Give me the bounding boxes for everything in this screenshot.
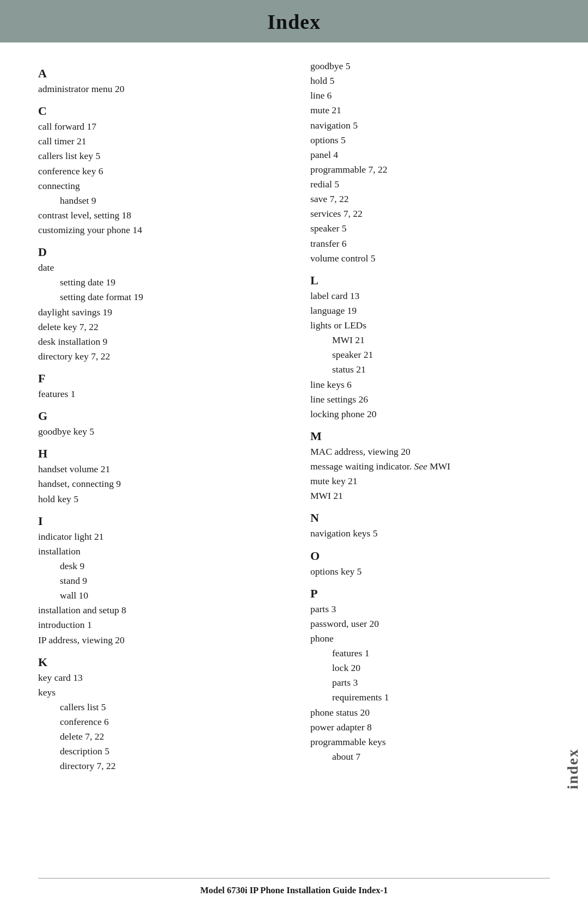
section-letter-k: K (38, 655, 278, 669)
index-entry-sub: status 21 (310, 362, 550, 377)
index-entry: label card 13 (310, 289, 550, 303)
section-letter-d: D (38, 245, 278, 259)
index-entry: options key 5 (310, 564, 550, 579)
index-entry-sub: MWI 21 (310, 333, 550, 347)
title-bar: Index (0, 0, 588, 42)
index-entry: delete key 7, 22 (38, 320, 278, 334)
index-entry: call forward 17 (38, 119, 278, 134)
index-entry-sub: directory 7, 22 (38, 759, 278, 773)
index-entry-sub: about 7 (310, 749, 550, 764)
index-entry-sub: parts 3 (310, 675, 550, 690)
index-entry: desk installation 9 (38, 334, 278, 349)
index-entry: keys (38, 685, 278, 700)
index-entry: MAC address, viewing 20 (310, 444, 550, 459)
index-entry: line 6 (310, 88, 550, 103)
index-entry: phone status 20 (310, 705, 550, 720)
index-entry: features 1 (38, 387, 278, 401)
index-entry: installation (38, 544, 278, 559)
section-letter-f: F (38, 371, 278, 386)
index-entry-sub: description 5 (38, 744, 278, 759)
index-entry: navigation keys 5 (310, 526, 550, 541)
section-letter-c: C (38, 104, 278, 118)
index-entry: directory key 7, 22 (38, 349, 278, 364)
section-letter-h: H (38, 447, 278, 461)
index-entry: goodbye 5 (310, 59, 550, 74)
index-entry: daylight savings 19 (38, 305, 278, 320)
index-entry: call timer 21 (38, 134, 278, 149)
section-letter-a: A (38, 66, 278, 81)
index-entry: save 7, 22 (310, 192, 550, 206)
section-letter-l: L (310, 273, 550, 288)
left-column: Aadministrator menu 20Ccall forward 17ca… (38, 59, 299, 774)
index-entry: programmable 7, 22 (310, 162, 550, 177)
right-column: goodbye 5hold 5line 6mute 21navigation 5… (299, 59, 550, 774)
index-entry: transfer 6 (310, 236, 550, 251)
index-entry: hold 5 (310, 74, 550, 88)
index-entry: key card 13 (38, 670, 278, 685)
index-entry-sub: lock 20 (310, 661, 550, 675)
index-entry: speaker 5 (310, 221, 550, 236)
section-letter-p: P (310, 587, 550, 601)
index-entry: programmable keys (310, 735, 550, 749)
page-container: Index Aadministrator menu 20Ccall forwar… (0, 0, 588, 909)
index-entry: password, user 20 (310, 617, 550, 631)
side-label: index (564, 748, 581, 789)
index-entry: mute 21 (310, 103, 550, 118)
index-entry-sub: speaker 21 (310, 347, 550, 362)
index-entry: administrator menu 20 (38, 82, 278, 96)
index-entry-italic: message waiting indicator. See MWI (310, 459, 550, 474)
index-entry: indicator light 21 (38, 529, 278, 544)
index-entry-sub: desk 9 (38, 559, 278, 574)
index-entry-sub: conference 6 (38, 715, 278, 729)
index-entry: parts 3 (310, 602, 550, 617)
index-entry: contrast level, setting 18 (38, 208, 278, 223)
index-entry: installation and setup 8 (38, 603, 278, 618)
section-letter-g: G (38, 409, 278, 423)
index-entry: options 5 (310, 133, 550, 148)
section-letter-o: O (310, 549, 550, 563)
footer: Model 6730i IP Phone Installation Guide … (38, 878, 550, 896)
index-entry: callers list key 5 (38, 149, 278, 163)
index-entry: volume control 5 (310, 251, 550, 266)
index-entry: navigation 5 (310, 118, 550, 133)
content-area: Aadministrator menu 20Ccall forward 17ca… (0, 59, 588, 774)
index-entry: handset, connecting 9 (38, 477, 278, 491)
index-entry-sub: setting date 19 (38, 275, 278, 290)
index-entry: customizing your phone 14 (38, 223, 278, 237)
index-entry: services 7, 22 (310, 206, 550, 221)
index-entry-sub: handset 9 (38, 193, 278, 208)
index-entry-sub: stand 9 (38, 574, 278, 588)
index-entry: conference key 6 (38, 164, 278, 179)
index-entry: line keys 6 (310, 377, 550, 392)
index-entry-sub: callers list 5 (38, 700, 278, 715)
index-entry: line settings 26 (310, 392, 550, 407)
index-entry: language 19 (310, 303, 550, 318)
index-entry: date (38, 260, 278, 275)
page-title: Index (0, 10, 588, 34)
index-entry: lights or LEDs (310, 318, 550, 333)
index-entry-sub: requirements 1 (310, 690, 550, 705)
index-entry: introduction 1 (38, 618, 278, 632)
index-entry: connecting (38, 179, 278, 193)
index-entry-sub: features 1 (310, 646, 550, 661)
section-letter-i: I (38, 514, 278, 528)
index-entry: hold key 5 (38, 492, 278, 507)
index-entry-sub: wall 10 (38, 588, 278, 603)
section-letter-n: N (310, 511, 550, 525)
index-entry: power adapter 8 (310, 720, 550, 735)
index-entry: phone (310, 631, 550, 646)
index-entry: locking phone 20 (310, 407, 550, 422)
index-entry: MWI 21 (310, 489, 550, 503)
index-entry: goodbye key 5 (38, 424, 278, 439)
index-entry: panel 4 (310, 148, 550, 162)
index-entry: mute key 21 (310, 474, 550, 489)
index-entry: redial 5 (310, 177, 550, 192)
index-entry-sub: setting date format 19 (38, 290, 278, 304)
index-entry: handset volume 21 (38, 462, 278, 477)
section-letter-m: M (310, 429, 550, 443)
index-entry-sub: delete 7, 22 (38, 729, 278, 744)
index-entry: IP address, viewing 20 (38, 633, 278, 648)
